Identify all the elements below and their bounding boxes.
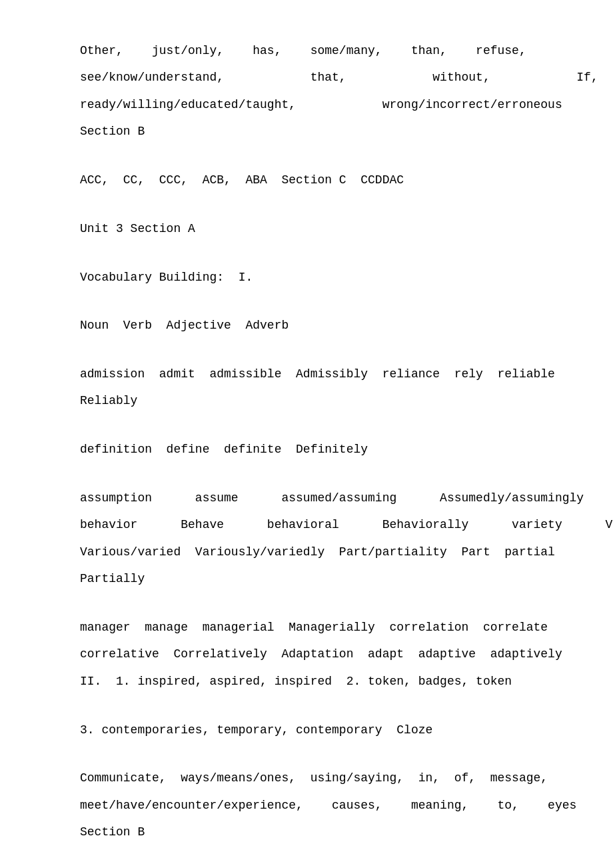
line-6: Unit 3 Section A (80, 218, 533, 239)
line-22: Section B (80, 821, 533, 843)
line-15: Partially (80, 568, 533, 589)
line-19: 3. contemporaries, temporary, contempora… (80, 719, 533, 741)
line-12: assumption assume assumed/assuming Assum… (80, 487, 533, 509)
line-18: II. 1. inspired, aspired, inspired 2. to… (80, 671, 533, 692)
line-20: Communicate, ways/means/ones, using/sayi… (80, 767, 533, 789)
line-17: correlative Correlatively Adaptation ada… (80, 643, 533, 665)
line-11: definition define definite Definitely (80, 439, 533, 460)
main-content: Other, just/only, has, some/many, than, … (80, 40, 533, 868)
line-13: behavior Behave behavioral Behaviorally … (80, 514, 533, 535)
line-7: Vocabulary Building: I. (80, 267, 533, 288)
line-16: manager manage managerial Managerially c… (80, 617, 533, 638)
line-21: meet/have/encounter/experience, causes, … (80, 795, 533, 816)
line-10: Reliably (80, 390, 533, 411)
line-1: Other, just/only, has, some/many, than, … (80, 40, 533, 61)
line-3: ready/willing/educated/taught, wrong/inc… (80, 94, 533, 115)
line-14: Various/varied Variously/variedly Part/p… (80, 541, 533, 563)
line-4: Section B (80, 121, 533, 142)
line-2: see/know/understand, that, without, If, (80, 67, 533, 88)
line-8: Noun Verb Adjective Adverb (80, 315, 533, 336)
line-5: ACC, CC, CCC, ACB, ABA Section C CCDDAC (80, 169, 533, 191)
line-9: admission admit admissible Admissibly re… (80, 363, 533, 385)
